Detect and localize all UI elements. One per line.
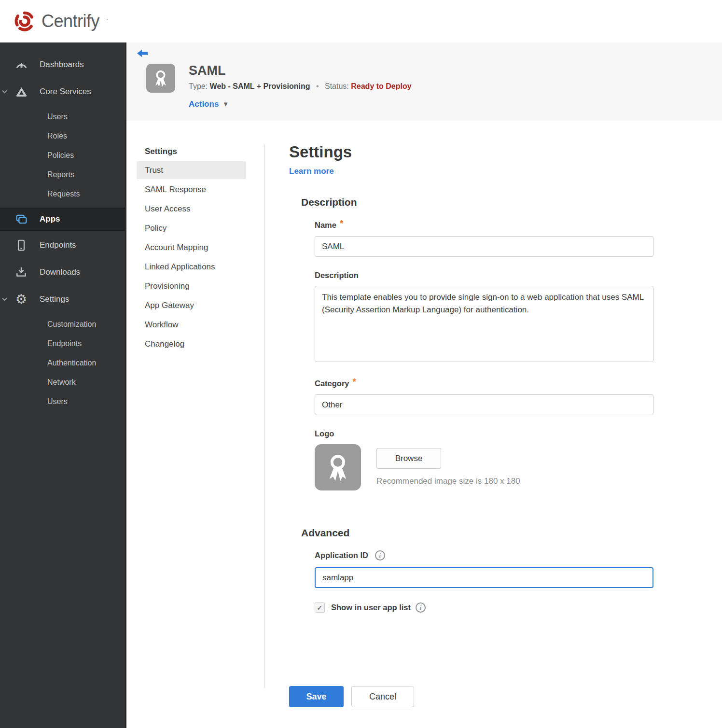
subnav-item-provisioning[interactable]: Provisioning — [137, 277, 246, 295]
info-icon[interactable]: i — [375, 550, 385, 560]
page-title: Settings — [289, 144, 661, 160]
sidebar-item-reports[interactable]: Reports — [0, 165, 125, 184]
sidebar-item-core-services[interactable]: Core Services — [0, 81, 125, 102]
application-id-label: Application ID — [315, 551, 368, 560]
top-bar: Centrify · — [0, 0, 722, 42]
sidebar-item-requests[interactable]: Requests — [0, 184, 125, 204]
info-icon[interactable]: i — [416, 602, 426, 613]
actions-dropdown[interactable]: Actions ▼ — [189, 99, 229, 109]
subnav-item-workflow[interactable]: Workflow — [137, 316, 246, 334]
sidebar-item-policies[interactable]: Policies — [0, 146, 125, 165]
chevron-down-icon[interactable] — [2, 297, 7, 301]
required-asterisk: * — [353, 377, 356, 387]
subnav-item-saml-response[interactable]: SAML Response — [137, 181, 246, 198]
advanced-heading: Advanced — [301, 527, 661, 539]
sidebar-item-label: Endpoints — [40, 240, 76, 250]
cancel-button[interactable]: Cancel — [351, 686, 414, 707]
name-input[interactable] — [315, 236, 653, 257]
application-id-field: Application ID i — [315, 550, 661, 588]
brand-trademark: · — [106, 15, 109, 23]
sidebar-item-label: Downloads — [40, 267, 80, 277]
sidebar: Dashboards Core Services Users Roles Pol… — [0, 42, 126, 728]
gauge-icon — [14, 58, 28, 71]
status-label: Status: — [325, 82, 349, 90]
gear-icon: ⚙ — [14, 293, 28, 306]
browse-button[interactable]: Browse — [376, 448, 441, 469]
sidebar-item-label: Apps — [40, 214, 60, 224]
chevron-down-icon: ▼ — [222, 100, 229, 108]
advanced-section: Advanced Application ID i ✓ — [289, 527, 661, 613]
settings-subnav: Settings Trust SAML Response User Access… — [126, 144, 265, 688]
description-heading: Description — [301, 196, 661, 208]
sidebar-item-apps[interactable]: Apps — [0, 208, 125, 231]
category-field: Category * — [315, 378, 661, 415]
centrify-logo: Centrify · — [14, 10, 109, 32]
subnav-item-user-access[interactable]: User Access — [137, 200, 246, 218]
brand-name: Centrify — [42, 11, 99, 31]
content-area: SAML Type: Web - SAML + Provisioning • S… — [126, 42, 722, 728]
description-section: Description Name * — [289, 196, 661, 490]
sidebar-item-settings[interactable]: ⚙ Settings — [0, 289, 125, 310]
actions-label: Actions — [189, 99, 219, 109]
app-header: SAML Type: Web - SAML + Provisioning • S… — [126, 42, 722, 121]
app-logo-icon — [146, 64, 175, 93]
sidebar-item-label: Dashboards — [40, 60, 84, 70]
logo-field: Logo — [315, 429, 661, 490]
page: Centrify · Dashboards — [0, 0, 722, 728]
status-badge: Ready to Deploy — [351, 82, 411, 90]
type-value: Web - SAML + Provisioning — [210, 82, 310, 90]
subnav-item-account-mapping[interactable]: Account Mapping — [137, 238, 246, 256]
category-input[interactable] — [315, 394, 653, 415]
subnav-item-trust[interactable]: Trust — [137, 161, 246, 179]
logo-label: Logo — [315, 429, 334, 438]
show-in-user-app-list-field: ✓ Show in user app list i — [315, 602, 661, 613]
settings-form: Settings Learn more Description Name * — [289, 144, 661, 707]
save-button[interactable]: Save — [289, 686, 344, 707]
subnav-item-policy[interactable]: Policy — [137, 219, 246, 237]
sidebar-item-downloads[interactable]: Downloads — [0, 262, 125, 283]
description-field: Description This template enables you to… — [315, 271, 661, 364]
form-footer: Save Cancel — [289, 686, 661, 707]
subnav-item-linked-applications[interactable]: Linked Applications — [137, 258, 246, 276]
app-meta: Type: Web - SAML + Provisioning • Status… — [189, 82, 412, 91]
sidebar-item-settings-endpoints[interactable]: Endpoints — [0, 334, 125, 353]
application-id-input[interactable] — [315, 567, 653, 588]
description-label: Description — [315, 271, 359, 280]
app-logo-preview — [315, 444, 361, 490]
name-label: Name — [315, 221, 336, 230]
sidebar-item-endpoints[interactable]: Endpoints — [0, 235, 125, 256]
apps-icon — [14, 212, 28, 226]
sidebar-item-label: Settings — [40, 294, 69, 304]
required-asterisk: * — [340, 218, 343, 229]
sidebar-item-customization[interactable]: Customization — [0, 315, 125, 334]
app-title: SAML — [189, 64, 412, 78]
back-button[interactable] — [137, 49, 149, 59]
sidebar-item-roles[interactable]: Roles — [0, 126, 125, 146]
show-in-user-app-list-checkbox[interactable]: ✓ — [315, 602, 325, 613]
learn-more-link[interactable]: Learn more — [289, 167, 334, 176]
description-textarea[interactable]: This template enables you to provide sin… — [315, 286, 653, 362]
sidebar-item-dashboards[interactable]: Dashboards — [0, 54, 125, 75]
core-services-icon — [14, 85, 28, 98]
show-in-user-app-list-label: Show in user app list — [331, 603, 411, 612]
name-field: Name * — [315, 220, 661, 257]
download-icon — [14, 266, 28, 279]
mobile-device-icon — [14, 238, 28, 252]
meta-separator: • — [316, 82, 319, 90]
sidebar-item-users[interactable]: Users — [0, 107, 125, 126]
subnav-item-app-gateway[interactable]: App Gateway — [137, 296, 246, 314]
sidebar-item-authentication[interactable]: Authentication — [0, 353, 125, 373]
type-label: Type: — [189, 82, 208, 90]
centrify-logo-icon — [14, 10, 36, 32]
subnav-item-changelog[interactable]: Changelog — [137, 335, 246, 353]
logo-size-hint: Recommended image size is 180 x 180 — [376, 476, 520, 486]
category-label: Category — [315, 379, 349, 388]
sidebar-item-label: Core Services — [40, 87, 91, 97]
chevron-down-icon[interactable] — [2, 90, 7, 94]
subnav-header: Settings — [137, 144, 264, 161]
sidebar-item-network[interactable]: Network — [0, 373, 125, 392]
sidebar-item-settings-users[interactable]: Users — [0, 392, 125, 411]
